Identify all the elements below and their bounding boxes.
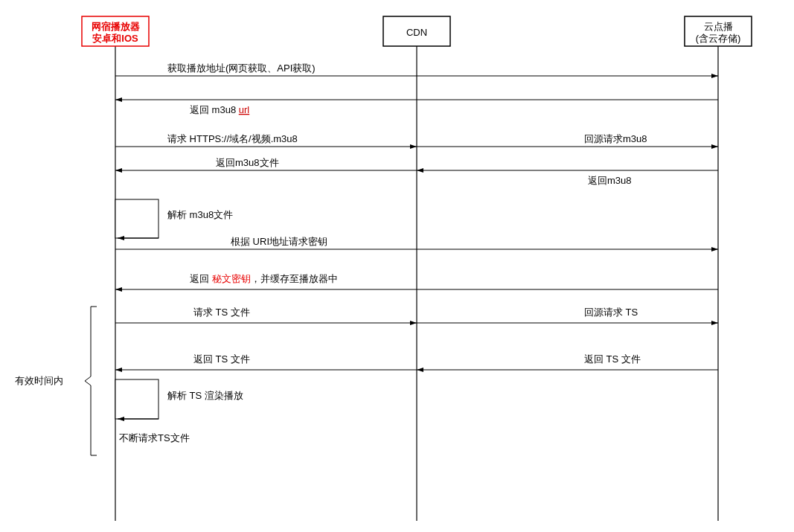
participant-label-cdn: CDN — [406, 27, 427, 38]
bracket — [85, 307, 97, 455]
bracket-label: 有效时间内 — [15, 375, 63, 386]
message-label-14: 返回 TS 文件 — [193, 353, 250, 365]
message-label-9: 根据 URI地址请求密钥 — [231, 236, 327, 247]
participant-label-player-1: 网宿播放器 — [92, 21, 140, 32]
participant-label-player-2: 安卓和IOS — [92, 33, 138, 44]
participant-label-vod-1: 云点播 — [704, 21, 733, 32]
activation-15 — [115, 379, 159, 419]
message-label-5: 返回m3u8文件 — [216, 157, 279, 168]
activation-8 — [115, 199, 159, 238]
message-label-4: 回源请求m3u8 — [584, 133, 647, 144]
message-label-3: 请求 HTTPS://域名/视频.m3u8 — [167, 133, 298, 144]
message-label-7: 返回m3u8 — [588, 175, 632, 186]
message-label-11: 请求 TS 文件 — [193, 307, 250, 318]
sequence-diagram: 网宿播放器安卓和IOSCDN云点播(含云存储)获取播放地址(网页获取、API获取… — [0, 0, 794, 532]
message-label-13: 返回 TS 文件 — [584, 353, 641, 365]
message-label-2: 返回 m3u8 url — [190, 104, 249, 115]
participant-label-vod-2: (含云存储) — [696, 33, 741, 44]
message-label-0: 获取播放地址(网页获取、API获取) — [167, 63, 316, 74]
message-label-12: 回源请求 TS — [584, 307, 638, 318]
message-label-8: 解析 m3u8文件 — [167, 209, 233, 220]
message-label-15: 解析 TS 渲染播放 — [167, 390, 243, 401]
message-label-16: 不断请求TS文件 — [119, 432, 190, 443]
message-label-10: 返回 秘文密钥，并缓存至播放器中 — [190, 273, 338, 284]
